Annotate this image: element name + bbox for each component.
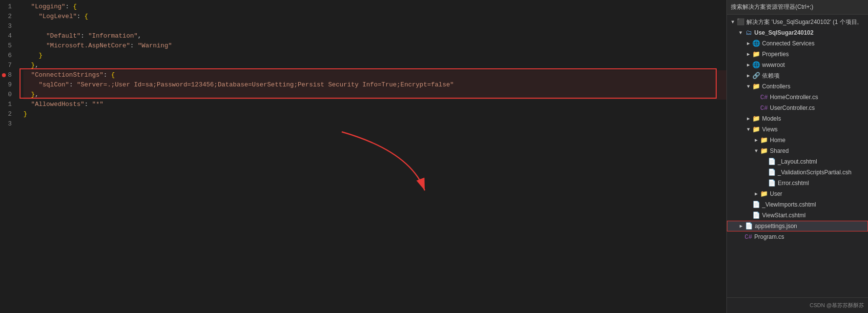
code-panel: 1 2 3 4 5 6 7 8 9 0 1 2 3 "Logging": { (0, 0, 726, 313)
controllers-label: Controllers (762, 83, 790, 90)
sidebar-item-viewstart[interactable]: 📄 ViewStart.cshtml (727, 210, 868, 221)
connected-services-arrow (744, 40, 752, 47)
sidebar-item-error[interactable]: 📄 Error.cshtml (727, 178, 868, 188)
sidebar-item-properties[interactable]: 📁 Properties (727, 49, 868, 60)
homecontroller-arrow (752, 93, 760, 101)
line-num-2: 2 (0, 12, 16, 21)
models-arrow (744, 115, 752, 123)
sidebar-item-usercontroller[interactable]: C# UserController.cs (727, 103, 868, 113)
line-num-6: 6 (0, 51, 16, 61)
controllers-arrow (744, 83, 752, 90)
deps-label: 依赖项 (762, 72, 780, 80)
sidebar-item-home[interactable]: 📁 Home (727, 135, 868, 146)
usercontroller-icon: C# (760, 104, 768, 112)
sidebar-item-homecontroller[interactable]: C# HomeController.cs (727, 92, 868, 103)
wwwroot-icon: 🌐 (752, 61, 760, 69)
project-icon: 🗂 (744, 29, 752, 37)
sidebar-item-program[interactable]: C# Program.cs (727, 231, 868, 242)
sidebar: 搜索解决方案资源管理器(Ctrl+;) ⬛ 解决方案 'Use_SqlSugar… (726, 0, 868, 313)
sidebar-item-views[interactable]: 📁 Views (727, 124, 868, 135)
code-content: "Logging": { "LogLevel": { "Default": "I… (20, 0, 726, 313)
properties-arrow (744, 50, 752, 58)
homecontroller-label: HomeController.cs (770, 94, 818, 101)
appsettings-icon: 📄 (745, 222, 753, 230)
deps-icon: 🔗 (752, 72, 760, 80)
viewstart-arrow (744, 211, 752, 219)
code-line-3 (23, 21, 726, 31)
sidebar-item-viewimports[interactable]: 📄 _ViewImports.cshtml (727, 199, 868, 210)
sidebar-item-wwwroot[interactable]: 🌐 wwwroot (727, 60, 868, 70)
code-line-4: "Default": "Information", (23, 31, 726, 41)
validation-arrow (760, 168, 768, 176)
homecontroller-icon: C# (760, 93, 768, 101)
annotation-arrow (312, 122, 449, 210)
appsettings-arrow (737, 222, 745, 230)
wwwroot-label: wwwroot (762, 62, 785, 68)
controllers-icon: 📁 (752, 83, 760, 90)
sidebar-item-deps[interactable]: 🔗 依赖项 (727, 70, 868, 81)
line-num-8: 8 (0, 70, 16, 80)
code-line-8: "ConnectionStrings": { (23, 70, 726, 80)
code-line-11: "AllowedHosts": "*" (23, 100, 726, 109)
views-arrow (744, 125, 752, 133)
usercontroller-label: UserController.cs (770, 104, 815, 111)
validation-icon: 📄 (768, 168, 776, 176)
error-label: Error.cshtml (778, 180, 809, 187)
user-label: User (770, 190, 782, 197)
breakpoint-dot (2, 73, 6, 77)
viewimports-label: _ViewImports.cshtml (762, 201, 816, 208)
sidebar-search[interactable]: 搜索解决方案资源管理器(Ctrl+;) (727, 0, 868, 15)
sidebar-item-project[interactable]: 🗂 Use_SqlSugar240102 (727, 27, 868, 38)
sidebar-item-connected-services[interactable]: 🌐 Connected Services (727, 38, 868, 49)
sidebar-tree: ⬛ 解决方案 'Use_SqlSugar240102' (1 个项目, 🗂 Us… (727, 15, 868, 297)
user-arrow (752, 190, 760, 198)
connected-services-label: Connected Services (762, 40, 814, 47)
solution-label: 解决方案 'Use_SqlSugar240102' (1 个项目, (746, 18, 859, 26)
home-arrow (752, 136, 760, 144)
sidebar-footer: CSDN @慕苏苏酥酥苏 (727, 297, 868, 313)
sidebar-item-models[interactable]: 📁 Models (727, 113, 868, 124)
project-expand-arrow (737, 29, 744, 37)
line-num-11: 1 (0, 100, 16, 109)
viewstart-label: ViewStart.cshtml (762, 212, 806, 219)
validation-label: _ValidationScriptsPartial.csh (778, 169, 851, 176)
solution-expand-arrow (729, 18, 737, 26)
properties-icon: 📁 (752, 50, 760, 58)
project-label: Use_SqlSugar240102 (754, 29, 813, 36)
program-icon: C# (744, 233, 752, 241)
layout-label: _Layout.cshtml (778, 158, 817, 165)
home-label: Home (770, 137, 785, 144)
connected-services-icon: 🌐 (752, 40, 760, 47)
sidebar-item-layout[interactable]: 📄 _Layout.cshtml (727, 156, 868, 167)
line-num-3: 3 (0, 21, 16, 31)
sidebar-item-validationscripts[interactable]: 📄 _ValidationScriptsPartial.csh (727, 167, 868, 178)
shared-arrow (752, 147, 760, 155)
program-arrow (737, 233, 744, 241)
sidebar-item-user[interactable]: 📁 User (727, 188, 868, 199)
models-icon: 📁 (752, 115, 760, 123)
viewimports-icon: 📄 (752, 201, 760, 209)
error-arrow (760, 179, 768, 187)
shared-icon: 📁 (760, 147, 768, 155)
deps-arrow (744, 72, 752, 80)
sidebar-item-appsettings[interactable]: 📄 appsettings.json (727, 221, 868, 231)
code-line-5: "Microsoft.AspNetCore": "Warning" (23, 41, 726, 51)
line-num-5: 5 (0, 41, 16, 51)
layout-icon: 📄 (768, 158, 776, 166)
sidebar-item-solution[interactable]: ⬛ 解决方案 'Use_SqlSugar240102' (1 个项目, (727, 17, 868, 27)
code-line-10: }, (23, 90, 726, 100)
viewstart-icon: 📄 (752, 211, 760, 219)
sidebar-item-controllers[interactable]: 📁 Controllers (727, 81, 868, 92)
line-num-12: 2 (0, 109, 16, 119)
user-icon: 📁 (760, 190, 768, 198)
views-label: Views (762, 126, 778, 133)
line-num-9: 9 (0, 80, 16, 90)
home-icon: 📁 (760, 136, 768, 144)
code-line-9: "sqlCon": "Server=.;User Id=sa;Password=… (23, 80, 726, 90)
models-label: Models (762, 115, 781, 122)
code-line-6: } (23, 51, 726, 61)
sidebar-item-shared[interactable]: 📁 Shared (727, 146, 868, 156)
line-num-10: 0 (0, 90, 16, 100)
code-line-13 (23, 119, 726, 129)
wwwroot-arrow (744, 61, 752, 69)
